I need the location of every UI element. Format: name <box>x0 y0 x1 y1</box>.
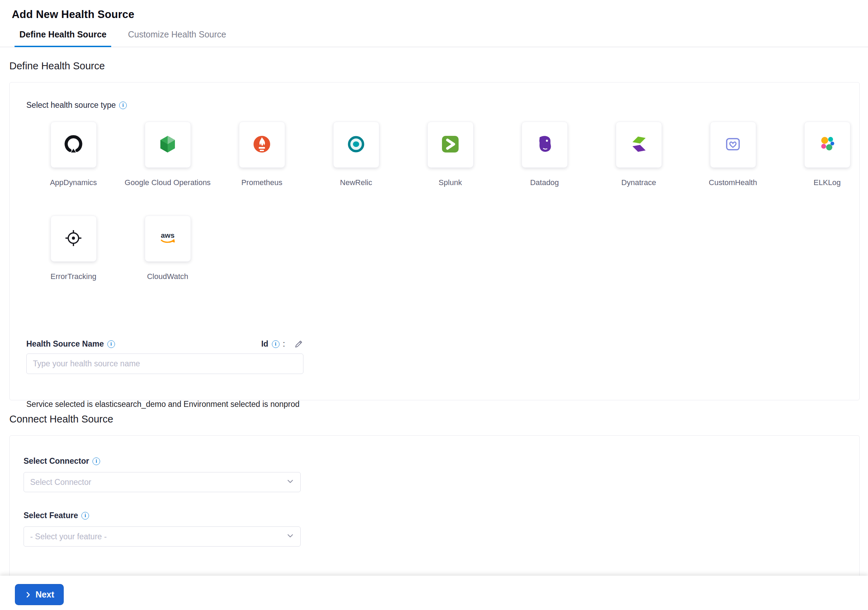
errortracking-icon <box>62 227 85 251</box>
source-tile-customhealth[interactable]: CustomHealth <box>686 122 780 187</box>
customhealth-tile-card <box>710 122 756 168</box>
datadog-icon <box>533 133 556 157</box>
source-label: CloudWatch <box>147 272 188 281</box>
errortracking-tile-card <box>51 216 97 262</box>
define-health-source-panel: Select health source type i AppDynamics <box>9 82 860 400</box>
select-type-label: Select health source type <box>26 101 116 110</box>
select-connector-label-row: Select Connector i <box>23 456 859 466</box>
source-tile-splunk[interactable]: Splunk <box>403 122 498 187</box>
source-label: Prometheus <box>242 178 283 187</box>
source-tile-newrelic[interactable]: NewRelic <box>309 122 403 187</box>
page-header: Add New Health Source <box>0 0 868 26</box>
appdynamics-icon <box>62 133 85 157</box>
elklog-icon <box>816 133 838 157</box>
source-label: Google Cloud Operations <box>125 178 211 187</box>
health-source-name-info-icon[interactable]: i <box>107 340 115 348</box>
dynatrace-tile-card <box>616 122 662 168</box>
connector-dropdown[interactable]: Select Connector <box>23 472 301 492</box>
select-feature-info-icon[interactable]: i <box>81 512 89 520</box>
source-tile-errortracking[interactable]: ErrorTracking <box>26 216 121 281</box>
select-connector-label: Select Connector <box>23 456 89 466</box>
health-source-name-input[interactable] <box>26 354 304 374</box>
select-feature-label: Select Feature <box>23 511 78 520</box>
tab-customize-health-source[interactable]: Customize Health Source <box>128 29 226 47</box>
chevron-right-icon <box>24 591 32 599</box>
source-tile-dynatrace[interactable]: Dynatrace <box>592 122 686 187</box>
appdynamics-tile-card <box>51 122 97 168</box>
id-colon: : <box>283 339 285 349</box>
source-label: Dynatrace <box>622 178 656 187</box>
source-tile-google-cloud-operations[interactable]: Google Cloud Operations <box>121 122 215 187</box>
splunk-tile-card <box>428 122 473 168</box>
service-environment-text: Service selected is elasticsearch_demo a… <box>26 400 859 409</box>
source-tile-appdynamics[interactable]: AppDynamics <box>26 122 121 187</box>
cloudwatch-tile-card: aws <box>145 216 191 262</box>
id-info-icon[interactable]: i <box>272 340 279 348</box>
source-label: Datadog <box>530 178 559 187</box>
svg-text:aws: aws <box>161 231 175 239</box>
source-tile-datadog[interactable]: Datadog <box>498 122 592 187</box>
newrelic-icon <box>345 133 367 157</box>
select-feature-label-row: Select Feature i <box>23 511 859 520</box>
health-source-name-label: Health Source Name <box>26 339 104 349</box>
elklog-tile-card <box>804 122 850 168</box>
source-label: CustomHealth <box>709 178 757 187</box>
chevron-down-icon <box>286 531 295 542</box>
google-cloud-operations-icon <box>157 133 179 157</box>
datadog-tile-card <box>522 122 568 168</box>
health-source-name-row: Health Source Name i Id i : <box>26 339 304 349</box>
dynatrace-icon <box>628 133 650 157</box>
health-source-type-grid: AppDynamics Google Cloud Operations <box>26 122 868 309</box>
select-connector-info-icon[interactable]: i <box>93 458 100 465</box>
cloudwatch-aws-icon: aws <box>157 227 179 251</box>
source-tile-cloudwatch[interactable]: aws CloudWatch <box>121 216 215 281</box>
feature-dropdown-placeholder: - Select your feature - <box>30 532 107 542</box>
source-label: ErrorTracking <box>51 272 96 281</box>
tab-bar: Define Health Source Customize Health So… <box>0 26 868 47</box>
next-button[interactable]: Next <box>15 584 64 605</box>
source-label: AppDynamics <box>50 178 97 187</box>
footer-bar: Next <box>0 576 868 610</box>
select-type-label-row: Select health source type i <box>26 101 859 110</box>
define-section-heading: Define Health Source <box>9 60 868 72</box>
newrelic-tile-card <box>333 122 379 168</box>
connect-section-heading: Connect Health Source <box>9 413 868 425</box>
add-health-source-page: Add New Health Source Define Health Sour… <box>0 0 868 610</box>
prometheus-icon <box>251 133 273 157</box>
page-title: Add New Health Source <box>12 8 868 21</box>
prometheus-tile-card <box>239 122 285 168</box>
connector-dropdown-placeholder: Select Connector <box>30 478 91 487</box>
edit-id-pencil-icon[interactable] <box>294 339 304 349</box>
splunk-icon <box>439 133 461 157</box>
next-button-label: Next <box>35 590 54 600</box>
source-label: Splunk <box>439 178 462 187</box>
customhealth-icon <box>722 133 744 157</box>
id-label: Id <box>261 339 268 349</box>
source-tile-prometheus[interactable]: Prometheus <box>215 122 309 187</box>
id-group: Id i : <box>261 339 304 349</box>
chevron-down-icon <box>286 477 295 487</box>
source-label: ELKLog <box>814 178 841 187</box>
google-cloud-operations-tile-card <box>145 122 191 168</box>
source-label: NewRelic <box>340 178 372 187</box>
select-type-info-icon[interactable]: i <box>119 102 127 109</box>
tab-define-health-source[interactable]: Define Health Source <box>14 29 111 47</box>
source-tile-elklog[interactable]: ELKLog <box>780 122 868 187</box>
health-source-name-label-group: Health Source Name i <box>26 339 115 349</box>
feature-dropdown[interactable]: - Select your feature - <box>23 526 301 546</box>
